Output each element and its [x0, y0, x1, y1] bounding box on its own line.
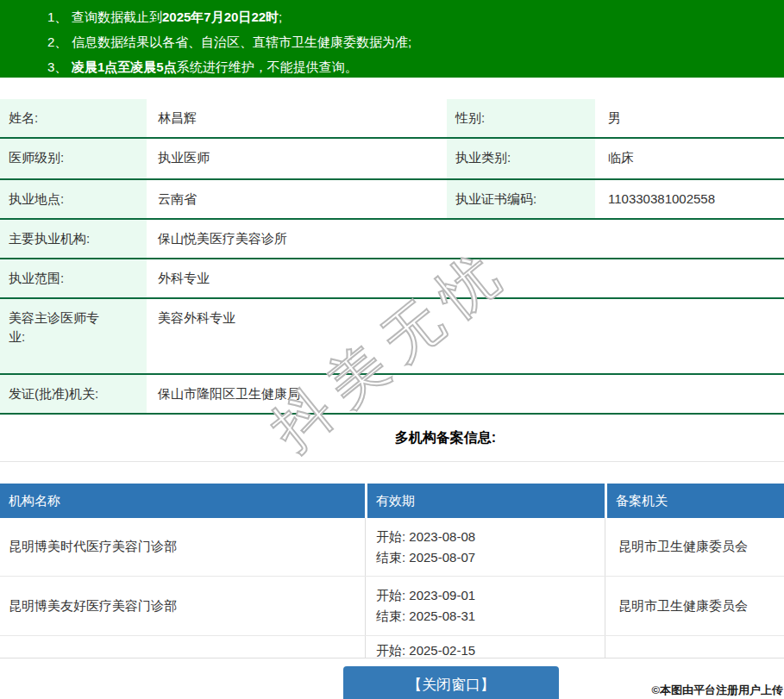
- info-label: 执业地点:: [0, 180, 147, 218]
- notice-line-number: 3、: [47, 54, 72, 79]
- filing-authority-cell: 昆明市卫生健康委员会: [605, 518, 784, 576]
- institution-name-cell: 昆明博美友好医疗美容门诊部: [0, 577, 365, 635]
- doctor-info-row: 医师级别:执业医师执业类别:临床: [0, 139, 784, 180]
- section-title-filings: 多机构备案信息:: [53, 429, 784, 446]
- info-label: 执业证书编码:: [447, 180, 595, 218]
- info-value: 外科专业: [147, 259, 784, 297]
- info-value: 临床: [595, 139, 784, 178]
- institution-name-cell: 昆明博美时代医疗美容门诊部: [0, 518, 365, 576]
- notice-text-segment: 凌晨1点至凌晨5点: [72, 59, 177, 74]
- info-label: 执业范围:: [0, 259, 147, 297]
- info-label: 医师级别:: [0, 139, 147, 178]
- panel-divider: [0, 461, 784, 462]
- info-label: 姓名:: [0, 99, 147, 137]
- doctor-info-row: 执业地点:云南省执业证书编码:110330381002558: [0, 180, 784, 220]
- filing-table: 机构名称有效期备案机关 昆明博美时代医疗美容门诊部开始: 2023-08-08结…: [0, 484, 784, 658]
- info-value: 林昌辉: [147, 99, 447, 137]
- info-label: 性别:: [447, 99, 595, 137]
- doctor-info-row: 发证(批准)机关:保山市隆阳区卫生健康局: [0, 375, 784, 415]
- notice-line: 1、查询数据截止到2025年7月20日22时;: [0, 4, 784, 29]
- notice-line: 3、凌晨1点至凌晨5点系统进行维护，不能提供查询。: [0, 54, 784, 79]
- info-value: 美容外科专业: [147, 299, 784, 373]
- copyright-watermark: ©本图由平台注册用户上传: [651, 683, 783, 698]
- notice-text-segment: 信息数据结果以各省、自治区、直辖市卫生健康委数据为准;: [72, 34, 411, 49]
- info-value: 执业医师: [147, 139, 447, 178]
- validity-start: 开始: 2023-08-08: [376, 527, 605, 547]
- info-value: 110330381002558: [595, 180, 784, 218]
- info-label: 美容主诊医师专业:: [0, 299, 147, 373]
- validity-end: 结束: 2025-08-07: [376, 547, 605, 568]
- validity-period-cell: 开始: 2023-08-08结束: 2025-08-07: [365, 518, 605, 576]
- info-label: 执业类别:: [447, 139, 595, 178]
- info-value: 保山悦美医疗美容诊所: [147, 220, 784, 258]
- doctor-info-table: 姓名:林昌辉性别:男医师级别:执业医师执业类别:临床执业地点:云南省执业证书编码…: [0, 99, 784, 415]
- notice-text-segment: 查询数据截止到: [72, 9, 162, 24]
- info-value: 保山市隆阳区卫生健康局: [147, 375, 784, 413]
- filing-row: 开始: 2025-02-15: [0, 636, 784, 658]
- notice-text-segment: 系统进行维护，不能提供查询。: [177, 59, 358, 74]
- filing-table-body: 昆明博美时代医疗美容门诊部开始: 2023-08-08结束: 2025-08-0…: [0, 518, 784, 658]
- notice-text-segment: ;: [279, 9, 282, 24]
- column-header: 备案机关: [605, 484, 784, 518]
- notice-text-segment: 2025年7月20日22时: [162, 9, 279, 24]
- doctor-info-row: 姓名:林昌辉性别:男: [0, 99, 784, 139]
- column-header: 机构名称: [0, 484, 365, 518]
- license-query-page: 1、查询数据截止到2025年7月20日22时;2、信息数据结果以各省、自治区、直…: [0, 0, 784, 699]
- doctor-info-row: 美容主诊医师专业:美容外科专业: [0, 299, 784, 375]
- filing-table-header: 机构名称有效期备案机关: [0, 484, 784, 518]
- doctor-info-row: 执业范围:外科专业: [0, 259, 784, 299]
- info-label: 发证(批准)机关:: [0, 375, 147, 413]
- info-value: 云南省: [147, 180, 447, 218]
- notice-line: 2、信息数据结果以各省、自治区、直辖市卫生健康委数据为准;: [0, 29, 784, 54]
- validity-end: 结束: 2025-08-31: [376, 606, 605, 627]
- validity-start: 开始: 2023-09-01: [376, 585, 605, 606]
- validity-period-cell: 开始: 2025-02-15: [365, 636, 605, 658]
- info-label: 主要执业机构:: [0, 220, 147, 258]
- close-window-button[interactable]: 【关闭窗口】: [343, 666, 559, 699]
- doctor-info-row: 主要执业机构:保山悦美医疗美容诊所: [0, 220, 784, 259]
- column-header: 有效期: [365, 484, 605, 518]
- institution-name-cell: [0, 636, 365, 658]
- info-value: 男: [595, 99, 784, 137]
- validity-start: 开始: 2025-02-15: [376, 640, 605, 658]
- filing-authority-cell: 昆明市卫生健康委员会: [605, 577, 784, 635]
- validity-period-cell: 开始: 2023-09-01结束: 2025-08-31: [365, 577, 605, 635]
- notice-line-number: 1、: [47, 4, 72, 29]
- filing-row: 昆明博美友好医疗美容门诊部开始: 2023-09-01结束: 2025-08-3…: [0, 577, 784, 636]
- notice-banner: 1、查询数据截止到2025年7月20日22时;2、信息数据结果以各省、自治区、直…: [0, 0, 784, 78]
- filing-authority-cell: [605, 636, 784, 658]
- notice-line-number: 2、: [47, 29, 72, 54]
- filing-row: 昆明博美时代医疗美容门诊部开始: 2023-08-08结束: 2025-08-0…: [0, 518, 784, 577]
